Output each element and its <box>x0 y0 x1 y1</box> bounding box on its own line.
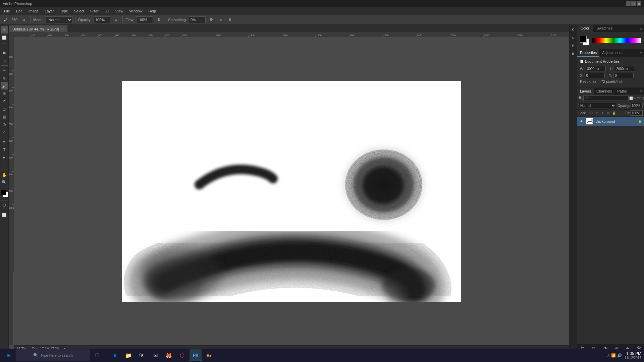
panel-toggle-brush[interactable]: B <box>570 50 577 57</box>
menu-window[interactable]: Window <box>126 8 145 14</box>
tab-paths[interactable]: Paths <box>615 88 630 95</box>
tab-adjustments[interactable]: Adjustments <box>599 49 625 57</box>
menu-filter[interactable]: Filter <box>88 8 101 14</box>
opacity-value[interactable]: 100% <box>94 16 110 23</box>
menu-select[interactable]: Select <box>71 8 87 14</box>
menu-file[interactable]: File <box>1 8 13 14</box>
layers-opacity-input[interactable] <box>631 103 643 108</box>
tool-gradient[interactable]: ▦ <box>1 113 8 120</box>
lock-position-icon[interactable]: ✛ <box>600 111 605 115</box>
tool-dodge[interactable]: ○ <box>1 128 8 136</box>
tool-clone[interactable]: ⊞ <box>1 90 8 97</box>
tab-properties[interactable]: Properties <box>577 49 599 57</box>
layers-filter-type[interactable]: T <box>637 96 639 101</box>
minimize-button[interactable]: — <box>626 1 631 6</box>
menu-view[interactable]: View <box>113 8 126 14</box>
search-bar[interactable]: 🔍 Type here to search <box>16 349 90 361</box>
color-panel-menu[interactable]: ≡ <box>639 25 644 32</box>
layer-visibility-icon[interactable]: 👁 <box>579 119 584 124</box>
brush-size-icon[interactable]: 250 <box>11 16 18 23</box>
y-input[interactable] <box>613 73 634 78</box>
tab-swatches[interactable]: Swatches <box>593 25 616 32</box>
height-input[interactable] <box>615 66 635 71</box>
tab-color[interactable]: Color <box>577 25 593 32</box>
layers-filter-smart[interactable]: ◎ <box>642 96 644 101</box>
fg-color-box[interactable] <box>580 36 587 43</box>
tool-quick-select[interactable]: ✱ <box>1 49 8 57</box>
layers-filter-shape[interactable]: □ <box>640 96 641 101</box>
tool-text[interactable]: T <box>1 146 8 153</box>
pressure-opacity-icon[interactable]: ⊙ <box>112 16 120 23</box>
tab-layers[interactable]: Layers <box>577 88 594 95</box>
layers-kind-search[interactable] <box>583 96 629 101</box>
photoshop-taskbar-button[interactable]: Ps <box>190 349 202 361</box>
brush-hardness-icon[interactable]: ⊡ <box>20 16 28 23</box>
tool-shape[interactable]: □ <box>1 161 8 169</box>
blend-mode-select[interactable]: Normal Dissolve Multiply <box>46 16 72 23</box>
tool-brush[interactable]: 🖌 <box>1 82 8 89</box>
layers-blend-mode-select[interactable]: Normal Dissolve Multiply <box>579 103 616 108</box>
tool-crop[interactable]: ⊡ <box>1 57 8 64</box>
layers-filter-adj[interactable]: ✏ <box>634 96 636 101</box>
menu-edit[interactable]: Edit <box>13 8 25 14</box>
systray-chevron[interactable]: ∧ <box>607 353 610 358</box>
settings-icon[interactable]: ⚙ <box>208 16 215 23</box>
clock-area[interactable]: 1:05 PM 11/12/2017 <box>625 351 641 360</box>
panel-toggle-layers[interactable]: L <box>570 34 577 41</box>
tool-path-select[interactable]: ▸ <box>1 154 8 161</box>
tool-pen[interactable]: ✒ <box>1 138 8 145</box>
brush-tool-icon[interactable]: 🖌 <box>1 16 9 23</box>
tab-close-button[interactable]: ✕ <box>61 27 64 31</box>
color-spectrum[interactable] <box>592 38 641 43</box>
bridge-taskbar-button[interactable]: Br <box>203 349 215 361</box>
airbrush-icon[interactable]: ⊚ <box>155 16 162 23</box>
foreground-color-swatch[interactable] <box>1 190 6 195</box>
document-tab[interactable]: Untitled-1 @ 44.7% (RGB/8) ✕ <box>9 25 67 32</box>
tool-lasso[interactable]: ⌒ <box>1 42 8 49</box>
maximize-button[interactable]: □ <box>631 1 636 6</box>
tool-quick-mask[interactable]: ⬡ <box>1 201 8 209</box>
store-button[interactable]: 🛍 <box>136 349 148 361</box>
tool-history-brush[interactable]: ↺ <box>1 98 8 105</box>
explorer-button[interactable]: 📁 <box>122 349 135 361</box>
edge-button[interactable]: e <box>109 349 121 361</box>
fill-input[interactable] <box>631 110 643 116</box>
lock-artboard-icon[interactable]: ⊞ <box>606 111 611 115</box>
tool-select-rect[interactable]: ⬜ <box>1 34 8 41</box>
mail-button[interactable]: ✉ <box>149 349 161 361</box>
tool-blur[interactable]: ◎ <box>1 121 8 128</box>
panel-toggle-props[interactable]: P <box>570 42 577 49</box>
firefox-button[interactable]: 🦊 <box>163 349 175 361</box>
menu-type[interactable]: Type <box>57 8 71 14</box>
flow-value[interactable]: 100% <box>136 16 153 23</box>
symmetry-icon[interactable]: ⊘ <box>217 16 224 23</box>
tool-zoom[interactable]: 🔍 <box>1 179 8 186</box>
menu-help[interactable]: Help <box>146 8 159 14</box>
close-button[interactable]: ✕ <box>637 1 641 6</box>
canvas-document[interactable] <box>122 81 461 302</box>
menu-layer[interactable]: Layer <box>42 8 57 14</box>
layers-panel-menu[interactable]: ≡ <box>639 88 644 95</box>
lock-pixels-icon[interactable]: ✏ <box>595 111 599 115</box>
lock-all-icon[interactable]: 🔒 <box>612 111 616 115</box>
brush-angle-icon[interactable]: ⌘ <box>226 16 234 23</box>
taskview-button[interactable]: ❑ <box>91 349 103 361</box>
lock-transparent-icon[interactable]: ⬡ <box>589 111 594 115</box>
menu-3d[interactable]: 3D <box>102 8 112 14</box>
tool-healing[interactable]: ⊕ <box>1 74 8 82</box>
tool-eraser[interactable]: ◻ <box>1 105 8 113</box>
panel-toggle-color[interactable]: C <box>570 26 577 33</box>
layer-item-background[interactable]: 👁 Background 🔒 <box>577 117 644 126</box>
x-input[interactable] <box>585 73 605 78</box>
layers-filter-pixel[interactable]: ⬜ <box>629 96 633 101</box>
tool-screen-mode[interactable]: ⬜ <box>1 211 8 219</box>
app-button-1[interactable]: ⬡ <box>176 349 188 361</box>
smoothing-value[interactable]: 0% <box>189 16 206 23</box>
width-input[interactable] <box>586 66 606 71</box>
tool-hand[interactable]: ✋ <box>1 171 8 178</box>
tool-move[interactable]: ✛ <box>1 26 8 34</box>
tool-eyedropper[interactable]: ✏ <box>1 67 8 74</box>
properties-panel-menu[interactable]: ≡ <box>639 49 644 57</box>
start-button[interactable]: ⊞ <box>3 349 15 361</box>
menu-image[interactable]: Image <box>26 8 42 14</box>
